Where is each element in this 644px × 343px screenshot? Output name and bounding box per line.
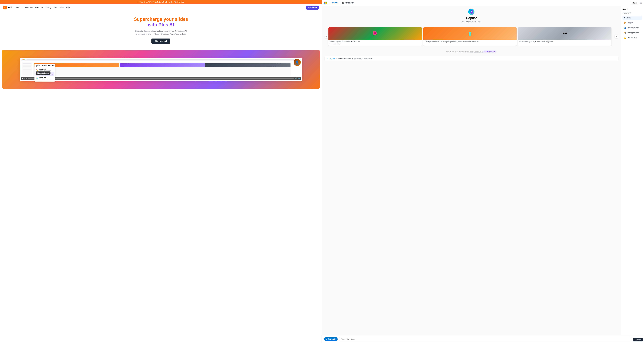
announcement-text: ✨ New: Plus AI for PowerPoint is finally… [138, 1, 184, 3]
footer-terms-link[interactable]: Terms [470, 51, 474, 53]
ms-signin-button[interactable]: Sign in [631, 1, 639, 5]
footer-faqs-link[interactable]: FAQs [479, 51, 483, 53]
sign-in-prompt[interactable]: → Sign in to ask more questions and have… [324, 56, 618, 61]
ms-logo [324, 2, 327, 4]
copilot-gpt-icon: ✦ [624, 17, 625, 19]
vacation-gpt-label: Vacation planner [627, 27, 638, 29]
fitness-gpt-icon: 💪 [624, 37, 626, 39]
copilot-main: Copilot Your everyday AI companion ‹ 🌺 C… [322, 6, 644, 335]
copilot-title: Copilot [466, 16, 477, 20]
copilot-tab-icon: ✦ [329, 2, 331, 4]
try-copilot-pro-button[interactable]: Try Copilot Pro [483, 50, 496, 53]
caption-text-sunglasses: Where's a sunny, warm place I can travel… [520, 41, 610, 43]
ms-logo-blue [324, 3, 325, 4]
demo-option-prompt[interactable]: ✏️ Use a prompt Describe your presentati… [36, 68, 54, 72]
carousel-item-bottle[interactable]: 🧴 What type of workout is best for impro… [423, 27, 517, 46]
gpt-item-cooking[interactable]: 🍳 Cooking assistant [622, 31, 642, 35]
use-prompt-desc: Describe your presentation [39, 70, 51, 71]
logo[interactable]: + Plus [3, 6, 13, 10]
image-carousel: ‹ 🌺 Create a pop song about the beauty o… [324, 27, 618, 46]
hero-subtitle: Generate AI presentations and edit slide… [132, 30, 190, 36]
carousel-img-sunglasses: 🕶️ [518, 27, 612, 40]
nav-pricing[interactable]: Pricing [46, 7, 51, 9]
gpt-item-copilot[interactable]: ✦ Copilot [622, 16, 642, 20]
gpt-item-fitness[interactable]: 💪 Fitness trainer [622, 36, 642, 40]
carousel-caption-bottle: What type of workout is best for improvi… [423, 40, 517, 44]
carousel-next-button[interactable]: › [614, 35, 618, 38]
sidebar-placeholder-4 [22, 68, 31, 68]
nav-help[interactable]: Help [66, 7, 70, 9]
sidebar-placeholder-2 [22, 65, 31, 66]
ms-tabs: ✦ COPILOT 📓 NOTEBOOK [328, 1, 630, 5]
copilot-tab-label: COPILOT [332, 2, 338, 4]
carousel-items: 🌺 Create a pop song about the beauty of … [324, 27, 618, 46]
slide-option-text: Slide by slide Control structure and des… [39, 77, 52, 80]
new-topic-label: New topic [328, 338, 336, 340]
logo-icon: + [3, 6, 7, 10]
tab-copilot[interactable]: ✦ COPILOT [328, 1, 340, 5]
ms-logo-yellow [326, 3, 327, 4]
nav-features[interactable]: Features [16, 7, 22, 9]
demo-overlay-text: 30 second demo [37, 72, 49, 74]
demo-section: Build your presentation with Plus AI ✏️ … [2, 50, 320, 89]
carousel-item-poppies[interactable]: 🌺 Create a pop song about the beauty of … [328, 27, 422, 46]
carousel-caption-poppies: Create a pop song about the beauty of th… [328, 40, 422, 46]
nav-resources[interactable]: Resources [35, 7, 43, 9]
sidebar-placeholder-5 [22, 69, 31, 70]
demo-content: Build your presentation with Plus AI ✏️ … [21, 61, 301, 77]
cooking-gpt-icon: 🍳 [624, 32, 626, 34]
right-panel: ✦ COPILOT 📓 NOTEBOOK Sign in ☰ [322, 0, 644, 343]
nav-templates[interactable]: Templates [25, 7, 32, 9]
start-trial-button[interactable]: Start free trial [152, 39, 170, 44]
tab-notebook[interactable]: 📓 NOTEBOOK [340, 1, 356, 5]
video-controls: ▶ 00:30 🔊 ⚙️ [21, 77, 301, 80]
slide-by-slide-label: Slide by slide [39, 77, 52, 78]
caption-text-poppies: Create a pop song about the beauty of th… [330, 41, 420, 43]
hero-title: Supercharge your slides with Plus AI [4, 17, 318, 28]
carousel-prev-button[interactable]: ‹ [324, 35, 328, 38]
hero-section: Supercharge your slides with Plus AI Gen… [0, 11, 322, 47]
announcement-bar[interactable]: ✨ New: Plus AI for PowerPoint is finally… [0, 0, 322, 4]
nav-contact[interactable]: Contact sales [54, 7, 64, 9]
hamburger-icon[interactable]: ☰ [640, 2, 642, 4]
browser-dot-red [22, 60, 22, 60]
copilot-bottom: ⊕ New topic 🖼️ 🎤 ➤ [322, 335, 644, 343]
play-button[interactable]: ▶ [22, 77, 23, 79]
gpt-item-designer[interactable]: 🎨 Designer [622, 21, 642, 25]
signin-arrow-icon: → [327, 58, 328, 60]
sidebar-placeholder-1 [22, 63, 31, 64]
chat-sidebar: Chats Copilot GPTs ✦ Copilot 🎨 Designer … [621, 6, 644, 335]
suno-tag: Suno Terms Privacy [330, 43, 420, 45]
copilot-icon [468, 9, 474, 15]
try-plus-ai-button[interactable]: Try Plus AI [306, 6, 319, 10]
footer-disclaimer: Copilot uses AI. Check for mistakes. [446, 51, 469, 53]
progress-bar[interactable] [28, 78, 294, 79]
use-prompt-label: Use a prompt [39, 69, 51, 70]
volume-icon[interactable]: 🔊 [295, 77, 297, 79]
new-topic-button[interactable]: ⊕ New topic [324, 337, 338, 341]
carousel-item-sunglasses[interactable]: 🕶️ Where's a sunny, warm place I can tra… [518, 27, 612, 46]
carousel-img-poppies: 🌺 [328, 27, 422, 40]
demo-main: Build your presentation with Plus AI ✏️ … [33, 63, 291, 76]
slide-thumbnails [34, 63, 290, 67]
slide-icon: 📊 [36, 77, 38, 79]
feedback-button[interactable]: Feedback [633, 338, 643, 341]
copilot-subtitle: Your everyday AI companion [461, 20, 482, 22]
chat-input[interactable] [339, 337, 632, 341]
prompt-option-text: Use a prompt Describe your presentation [39, 69, 51, 71]
notebook-tab-icon: 📓 [342, 2, 344, 4]
logo-text: Plus [8, 6, 13, 9]
settings-icon[interactable]: ⚙️ [298, 77, 300, 79]
bottom-toolbar: ⊕ New topic 🖼️ 🎤 ➤ [324, 337, 642, 341]
copilot-footer: Copilot uses AI. Check for mistakes. Ter… [446, 49, 496, 54]
caption-text-bottle: What type of workout is best for improvi… [425, 41, 516, 43]
gpt-item-vacation[interactable]: 🌍 Vacation planner [622, 26, 642, 30]
copilot-logo-area: Copilot Your everyday AI companion [461, 9, 482, 22]
demo-inner: Build your presentation with Plus AI ✏️ … [20, 58, 302, 81]
signin-link[interactable]: Sign in [330, 58, 335, 60]
address-bar [27, 59, 300, 60]
nav-links: Features Templates Resources Pricing Con… [16, 7, 303, 9]
footer-privacy-link[interactable]: Privacy [474, 51, 478, 53]
demo-option-slide[interactable]: 📊 Slide by slide Control structure and d… [36, 76, 54, 80]
sidebar-placeholder-3 [22, 66, 31, 67]
